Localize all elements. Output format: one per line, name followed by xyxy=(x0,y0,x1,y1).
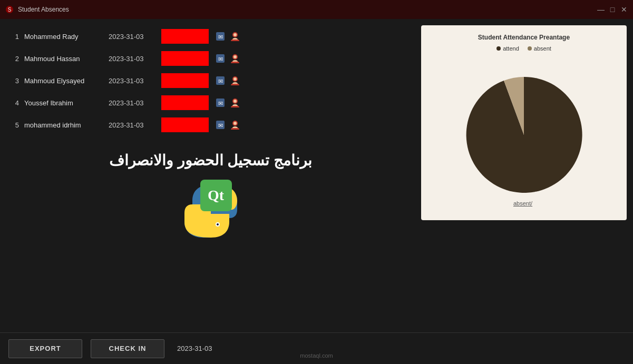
right-panel: Student Attendance Preantage attend abse… xyxy=(421,25,627,326)
legend-attend: attend xyxy=(496,45,519,52)
student-num: 3 xyxy=(11,77,19,85)
qt-logo: Qt xyxy=(200,180,232,211)
legend-attend-label: attend xyxy=(503,45,519,52)
svg-text:✉: ✉ xyxy=(218,78,223,84)
svg-text:S: S xyxy=(8,7,12,13)
student-action-icons: ✉ xyxy=(214,30,241,43)
student-icon[interactable] xyxy=(229,52,241,65)
student-icon[interactable] xyxy=(229,119,241,131)
edit-icon[interactable]: ✉ xyxy=(214,119,227,131)
student-name: Youssef Ibrahim xyxy=(24,99,103,107)
student-action-icons: ✉ xyxy=(214,96,241,109)
legend-absent-label: absent xyxy=(534,45,551,52)
student-date: 2023-31-03 xyxy=(109,55,156,63)
edit-icon[interactable]: ✉ xyxy=(214,30,227,43)
student-name: Mohammed Rady xyxy=(24,33,103,41)
student-list: 1 Mohammed Rady 2023-31-03 ✉ xyxy=(6,25,415,136)
chart-container: Student Attendance Preantage attend abse… xyxy=(421,25,627,220)
student-date: 2023-31-03 xyxy=(109,99,156,107)
checkin-button[interactable]: CHECK IN xyxy=(91,339,164,358)
student-row: 4 Youssef Ibrahim 2023-31-03 ✉ xyxy=(6,92,415,114)
student-absent-bar xyxy=(161,117,209,132)
svg-point-9 xyxy=(233,55,237,58)
svg-point-17 xyxy=(233,100,237,103)
student-num: 2 xyxy=(11,55,19,63)
legend-absent: absent xyxy=(528,45,551,52)
student-name: mohammed idrhim xyxy=(24,121,103,129)
pie-chart xyxy=(461,72,587,198)
window-controls: — □ ✕ xyxy=(597,6,628,13)
svg-point-25 xyxy=(217,223,219,225)
export-button[interactable]: EXPORT xyxy=(8,339,82,358)
window-title: Student Absences xyxy=(18,6,69,13)
main-content: 1 Mohammed Rady 2023-31-03 ✉ xyxy=(0,19,633,332)
svg-text:✉: ✉ xyxy=(218,100,223,106)
logo-area: Qt xyxy=(6,180,415,243)
student-num: 4 xyxy=(11,99,19,107)
title-bar-left: S Student Absences xyxy=(5,5,69,14)
app-icon: S xyxy=(5,5,14,14)
student-date: 2023-31-03 xyxy=(109,33,156,41)
student-num: 1 xyxy=(11,33,19,41)
student-absent-bar xyxy=(161,51,209,66)
absent-dot xyxy=(528,46,532,51)
chart-svg-area: absent/ xyxy=(430,58,618,212)
bottom-bar: EXPORT CHECK IN 2023-31-03 mostaql.com xyxy=(0,332,633,364)
student-name: Mahmoud Hassan xyxy=(24,55,103,63)
student-icon[interactable] xyxy=(229,30,241,43)
student-row: 1 Mohammed Rady 2023-31-03 ✉ xyxy=(6,25,415,47)
student-num: 5 xyxy=(11,121,19,129)
svg-text:✉: ✉ xyxy=(218,56,223,62)
chart-title: Student Attendance Preantage xyxy=(478,34,570,41)
student-action-icons: ✉ xyxy=(214,74,241,87)
student-row: 3 Mahmoud Elysayed 2023-31-03 ✉ xyxy=(6,70,415,92)
chart-legend: attend absent xyxy=(496,45,551,52)
student-row: 5 mohammed idrhim 2023-31-03 ✉ xyxy=(6,114,415,136)
svg-text:✉: ✉ xyxy=(218,34,223,40)
maximize-button[interactable]: □ xyxy=(609,6,616,13)
watermark: mostaql.com xyxy=(300,352,333,359)
student-date: 2023-31-03 xyxy=(109,121,156,129)
edit-icon[interactable]: ✉ xyxy=(214,96,227,109)
student-absent-bar xyxy=(161,29,209,44)
attend-dot xyxy=(496,46,501,51)
left-panel: 1 Mohammed Rady 2023-31-03 ✉ xyxy=(6,25,415,326)
bottom-date: 2023-31-03 xyxy=(177,345,212,352)
student-row: 2 Mahmoud Hassan 2023-31-03 ✉ xyxy=(6,47,415,70)
student-date: 2023-31-03 xyxy=(109,77,156,85)
svg-point-13 xyxy=(233,77,237,81)
student-absent-bar xyxy=(161,73,209,88)
student-absent-bar xyxy=(161,95,209,110)
svg-point-21 xyxy=(233,122,237,125)
svg-text:✉: ✉ xyxy=(218,122,223,129)
chart-absent-label: absent/ xyxy=(513,200,532,206)
student-action-icons: ✉ xyxy=(214,119,241,131)
edit-icon[interactable]: ✉ xyxy=(214,52,227,65)
edit-icon[interactable]: ✉ xyxy=(214,74,227,87)
student-name: Mahmoud Elysayed xyxy=(24,77,103,85)
student-icon[interactable] xyxy=(229,96,241,109)
arabic-program-title: برنامج تسجيل الحضور والانصراف xyxy=(6,152,415,169)
student-icon[interactable] xyxy=(229,74,241,87)
title-bar: S Student Absences — □ ✕ xyxy=(0,0,633,19)
student-action-icons: ✉ xyxy=(214,52,241,65)
minimize-button[interactable]: — xyxy=(597,6,605,13)
svg-point-5 xyxy=(233,33,237,36)
close-button[interactable]: ✕ xyxy=(620,6,628,13)
